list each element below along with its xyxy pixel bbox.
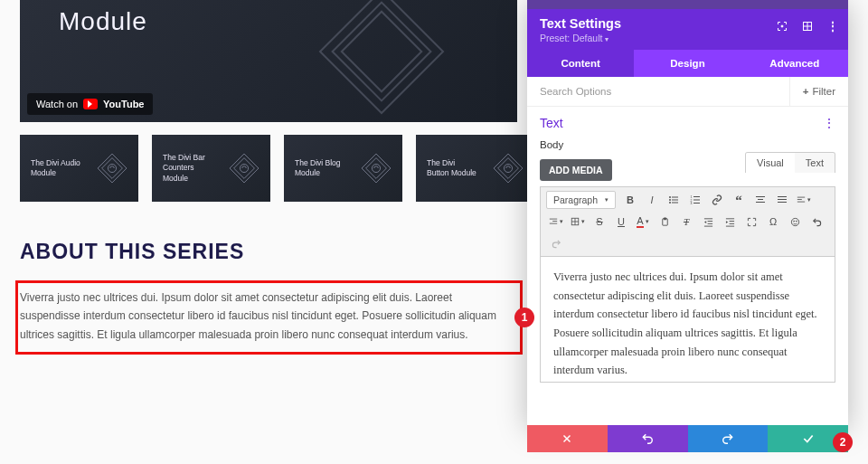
italic-button[interactable]: I <box>642 191 662 209</box>
svg-rect-48 <box>703 218 712 219</box>
text-section: Text ⋮ Body <box>527 107 848 152</box>
svg-rect-49 <box>707 221 712 222</box>
redo-footer-button[interactable] <box>688 425 769 452</box>
redo-button[interactable] <box>546 234 566 252</box>
focus-icon[interactable] <box>776 20 788 33</box>
editor-textarea[interactable]: Viverra justo nec ultrices dui. Ipsum do… <box>540 256 835 383</box>
svg-rect-47 <box>664 217 666 219</box>
svg-rect-53 <box>725 218 733 219</box>
panel-header[interactable]: Text Settings Preset: Default ▾ ⋮ <box>527 9 848 50</box>
tab-design[interactable]: Design <box>634 50 741 77</box>
svg-point-11 <box>372 164 380 172</box>
svg-rect-36 <box>778 202 787 203</box>
grid-icon[interactable] <box>801 20 814 33</box>
video-thumbnail[interactable]: The Divi Button Module <box>416 135 534 202</box>
cancel-button[interactable] <box>527 425 608 452</box>
thumbnail-label: The Divi Bar Counters Module <box>163 153 212 183</box>
bullet-list-button[interactable] <box>664 191 684 209</box>
svg-rect-38 <box>797 199 802 200</box>
thumb-decor-icon <box>227 151 261 185</box>
outdent-button[interactable] <box>698 213 718 231</box>
thumbnail-label: The Divi Button Module <box>427 158 476 178</box>
section-heading[interactable]: Text <box>540 116 563 130</box>
table-button[interactable]: ▾ <box>568 213 588 231</box>
bold-button[interactable]: B <box>620 191 640 209</box>
strikethrough-button[interactable]: S <box>590 213 609 231</box>
watch-on-label: Watch on <box>36 99 78 109</box>
svg-marker-1 <box>333 3 431 101</box>
svg-marker-57 <box>725 221 727 223</box>
svg-point-21 <box>669 199 671 201</box>
undo-footer-button[interactable] <box>608 425 688 452</box>
svg-point-15 <box>781 25 783 27</box>
annotation-badge-1: 1 <box>514 308 534 327</box>
svg-point-59 <box>793 221 794 222</box>
svg-rect-22 <box>672 200 678 201</box>
watch-on-button[interactable]: Watch on YouTube <box>27 93 153 115</box>
editor-mode-tabs: Visual Text <box>745 152 835 173</box>
kebab-icon[interactable]: ⋮ <box>826 20 839 33</box>
svg-rect-35 <box>778 199 787 200</box>
align-justify-button[interactable] <box>772 191 792 209</box>
svg-point-8 <box>240 164 248 172</box>
video-decor-icon <box>300 0 463 128</box>
svg-rect-28 <box>693 200 700 201</box>
svg-point-5 <box>108 164 116 172</box>
fullscreen-button[interactable] <box>741 213 761 231</box>
svg-rect-42 <box>550 223 557 224</box>
youtube-icon <box>83 99 98 109</box>
svg-point-58 <box>791 218 798 225</box>
svg-point-19 <box>669 196 671 198</box>
editor-tab-text[interactable]: Text <box>795 153 835 173</box>
underline-button[interactable]: U <box>611 213 631 231</box>
tab-advanced[interactable]: Advanced <box>741 50 848 77</box>
blockquote-button[interactable]: “ <box>729 191 749 209</box>
svg-rect-33 <box>756 202 765 203</box>
text-color-button[interactable]: A▾ <box>633 213 653 231</box>
editor-tab-visual[interactable]: Visual <box>746 153 795 173</box>
video-thumbnail[interactable]: The Divi Blog Module <box>284 135 402 202</box>
svg-rect-55 <box>729 223 734 223</box>
panel-footer <box>527 425 848 452</box>
thumb-decor-icon <box>491 151 525 185</box>
emoji-button[interactable] <box>785 213 805 231</box>
align-right-dropdown[interactable]: ▾ <box>546 213 566 231</box>
tab-content[interactable]: Content <box>527 50 634 77</box>
search-input[interactable] <box>527 77 789 106</box>
align-center-button[interactable] <box>750 191 770 209</box>
body-text[interactable]: Viverra justo nec ultrices dui. Ipsum do… <box>20 289 514 344</box>
add-media-button[interactable]: ADD MEDIA <box>540 159 612 181</box>
svg-rect-50 <box>707 223 712 223</box>
paragraph-format-dropdown[interactable]: Paragraph▾ <box>546 191 616 209</box>
video-player[interactable]: Module Watch on YouTube <box>20 0 517 122</box>
svg-rect-54 <box>729 221 734 222</box>
panel-backdrop <box>527 0 848 9</box>
align-left-dropdown[interactable]: ▾ <box>794 191 814 209</box>
svg-rect-26 <box>693 196 700 197</box>
video-thumbnail[interactable]: The Divi Bar Counters Module <box>152 135 270 202</box>
svg-rect-51 <box>703 225 712 226</box>
link-button[interactable] <box>707 191 727 209</box>
paste-button[interactable] <box>655 213 675 231</box>
clear-format-button[interactable]: T <box>676 213 696 231</box>
filter-button[interactable]: + Filter <box>789 77 848 106</box>
numbered-list-button[interactable]: 123 <box>685 191 705 209</box>
svg-marker-52 <box>703 221 705 223</box>
svg-rect-24 <box>672 203 678 204</box>
editor-toolbar: Paragraph▾ B I 123 “ ▾ ▾ ▾ S U A▾ T Ω <box>540 186 835 256</box>
search-row: + Filter <box>527 77 848 107</box>
video-thumbnail[interactable]: The Divi Audio Module <box>20 135 138 202</box>
undo-button[interactable] <box>807 213 826 231</box>
panel-tabs: Content Design Advanced <box>527 50 848 77</box>
video-title: Module <box>59 7 147 36</box>
thumb-decor-icon <box>95 151 129 185</box>
panel-preset[interactable]: Preset: Default ▾ <box>540 33 835 43</box>
video-thumbnail-row: The Divi Audio Module The Divi Bar Count… <box>20 135 534 202</box>
svg-rect-39 <box>797 202 805 203</box>
indent-button[interactable] <box>720 213 740 231</box>
svg-text:3: 3 <box>691 202 693 205</box>
special-char-button[interactable]: Ω <box>763 213 783 231</box>
svg-rect-37 <box>797 197 805 198</box>
thumbnail-label: The Divi Blog Module <box>295 158 344 178</box>
svg-marker-2 <box>342 12 421 91</box>
